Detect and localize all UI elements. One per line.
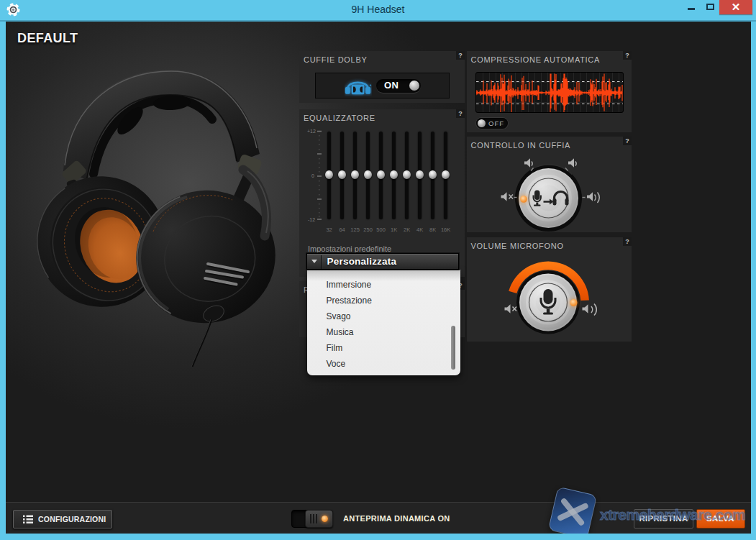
svg-text:+12: +12 <box>307 129 316 134</box>
svg-text:0: 0 <box>311 173 314 178</box>
svg-text:-12: -12 <box>308 217 315 222</box>
